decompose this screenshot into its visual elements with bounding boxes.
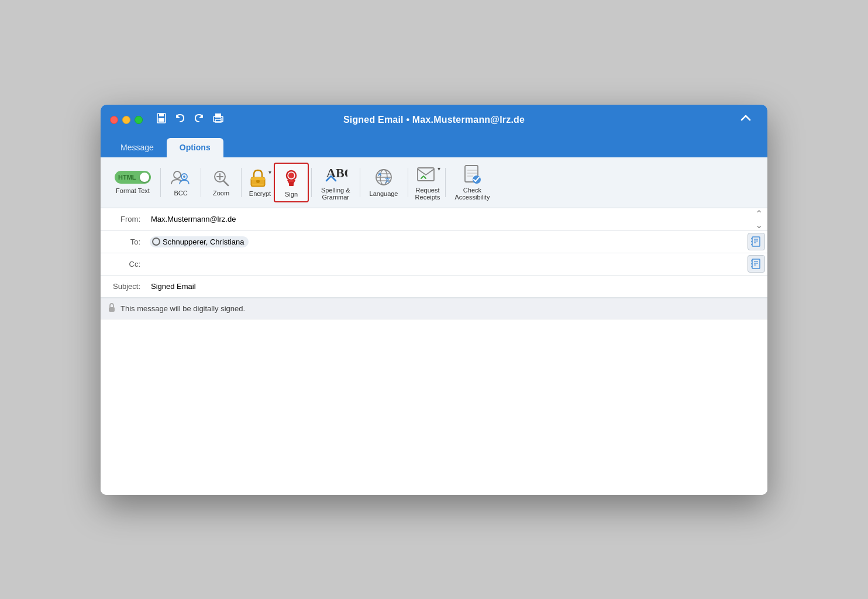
- titlebar: Signed Email • Max.Mustermann@lrz.de: [101, 105, 767, 135]
- recipient-name: Schnupperer, Christiana: [163, 237, 244, 246]
- separator-3: [241, 168, 242, 197]
- html-toggle[interactable]: HTML: [115, 171, 151, 184]
- status-message: This message will be digitally signed.: [120, 304, 245, 313]
- encrypt-icon: [249, 168, 267, 188]
- to-label: To:: [101, 237, 147, 246]
- language-label: Language: [370, 190, 398, 197]
- sign-icon: [281, 167, 302, 188]
- separator-6: [408, 168, 408, 197]
- svg-point-9: [183, 175, 185, 178]
- tab-options[interactable]: Options: [167, 138, 223, 157]
- zoom-label: Zoom: [213, 190, 229, 197]
- maximize-button[interactable]: [135, 116, 143, 124]
- language-button[interactable]: A 文 Language: [363, 164, 405, 201]
- minimize-button[interactable]: [122, 116, 130, 124]
- cc-row: Cc:: [101, 253, 767, 276]
- format-text-button[interactable]: HTML Format Text: [108, 167, 158, 198]
- svg-rect-52: [109, 307, 115, 312]
- from-row: From: ⌃⌄: [101, 208, 767, 231]
- status-bar: This message will be digitally signed.: [101, 298, 767, 319]
- check-accessibility-button[interactable]: Check Accessibility: [448, 161, 497, 204]
- request-label2: Receipts: [415, 194, 440, 201]
- window-title: Signed Email • Max.Mustermann@lrz.de: [343, 115, 525, 125]
- traffic-lights: [110, 116, 143, 124]
- spelling-button[interactable]: ABC Spelling & Grammar: [314, 161, 357, 204]
- bcc-label: BCC: [174, 190, 187, 197]
- request-receipts-button[interactable]: ▾ Request Receipts: [411, 161, 443, 204]
- zoom-icon: [212, 168, 230, 187]
- separator-5: [360, 168, 360, 197]
- sign-label: Sign: [285, 191, 298, 198]
- spelling-label2: Grammar: [322, 194, 349, 201]
- encrypt-button[interactable]: ▾ Encrypt: [244, 164, 274, 201]
- check-label2: Accessibility: [455, 194, 490, 201]
- encrypt-dropdown-arrow: ▾: [268, 169, 271, 175]
- html-knob: [140, 173, 149, 182]
- redo-icon[interactable]: [193, 112, 205, 127]
- svg-line-11: [223, 181, 228, 185]
- spelling-icon: ABC: [324, 164, 347, 184]
- email-form: From: ⌃⌄ To: Schnupperer, Christiana: [101, 208, 767, 298]
- cc-contacts-button[interactable]: [748, 255, 765, 273]
- request-dropdown-arrow: ▾: [438, 166, 440, 172]
- format-text-label: Format Text: [116, 187, 150, 194]
- close-button[interactable]: [110, 116, 118, 124]
- tab-message[interactable]: Message: [108, 138, 167, 157]
- separator-4: [311, 168, 312, 197]
- collapse-icon[interactable]: [740, 113, 759, 129]
- svg-rect-45: [752, 259, 760, 268]
- subject-input[interactable]: [147, 277, 767, 295]
- subject-label: Subject:: [101, 282, 147, 291]
- zoom-button[interactable]: Zoom: [204, 165, 239, 200]
- svg-point-7: [174, 171, 181, 178]
- bcc-button[interactable]: BCC: [163, 165, 198, 200]
- from-label: From:: [101, 215, 147, 223]
- cc-contacts-book-icon: [751, 259, 762, 269]
- email-compose-window: Signed Email • Max.Mustermann@lrz.de Mes…: [101, 105, 767, 495]
- html-label: HTML: [118, 174, 136, 181]
- svg-rect-2: [159, 118, 164, 122]
- check-label: Check: [463, 187, 481, 194]
- separator-2: [201, 168, 201, 197]
- lock-svg: [108, 303, 116, 312]
- svg-rect-38: [752, 237, 760, 246]
- to-recipient-chip[interactable]: Schnupperer, Christiana: [150, 236, 249, 247]
- svg-rect-5: [215, 119, 221, 122]
- save-icon[interactable]: [156, 112, 167, 127]
- separator-7: [445, 168, 446, 197]
- from-stepper[interactable]: ⌃⌄: [755, 208, 763, 230]
- separator-1: [160, 168, 161, 197]
- to-contacts-button[interactable]: [748, 233, 765, 250]
- toolbar: HTML Format Text BCC: [101, 157, 767, 208]
- contacts-book-icon: [751, 236, 762, 247]
- svg-point-20: [288, 173, 294, 178]
- svg-point-6: [221, 118, 222, 119]
- bcc-icon: [170, 168, 191, 187]
- svg-rect-4: [215, 113, 221, 118]
- svg-text:A: A: [378, 171, 382, 177]
- tabbar: Message Options: [101, 135, 767, 157]
- request-icon: [415, 164, 436, 184]
- request-label: Request: [416, 187, 440, 194]
- titlebar-controls: [156, 112, 225, 127]
- sign-button[interactable]: Sign: [274, 163, 309, 202]
- language-icon: A 文: [373, 168, 394, 188]
- cc-label: Cc:: [101, 260, 147, 268]
- print-icon[interactable]: [212, 112, 225, 127]
- to-row: To: Schnupperer, Christiana: [101, 231, 767, 253]
- undo-icon[interactable]: [174, 112, 186, 127]
- svg-text:文: 文: [385, 177, 390, 183]
- svg-marker-23: [289, 180, 294, 182]
- svg-rect-1: [159, 113, 164, 116]
- cc-input[interactable]: [147, 255, 748, 273]
- check-accessibility-icon: [461, 164, 483, 184]
- encrypt-label: Encrypt: [249, 190, 271, 197]
- from-input[interactable]: [147, 210, 753, 228]
- email-body[interactable]: [101, 319, 767, 495]
- subject-row: Subject:: [101, 276, 767, 298]
- lock-icon: [108, 303, 116, 314]
- svg-rect-18: [251, 178, 265, 180]
- recipient-circle: [152, 237, 160, 246]
- spelling-label: Spelling &: [321, 187, 350, 194]
